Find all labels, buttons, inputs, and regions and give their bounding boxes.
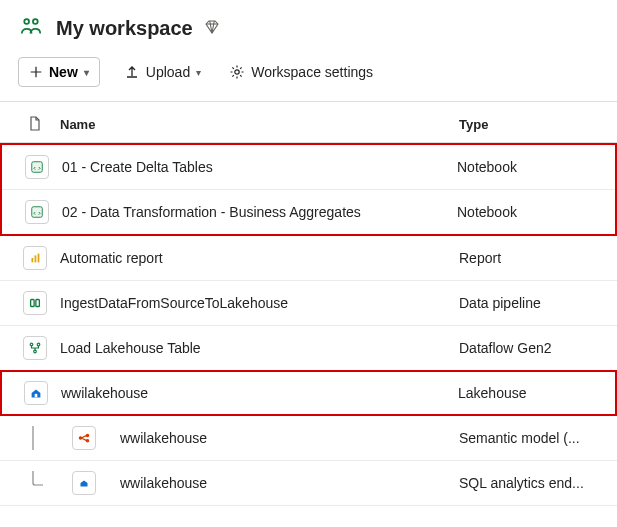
lakehouse-icon [24,381,48,405]
svg-rect-13 [35,394,38,398]
item-name: wwilakehouse [100,475,459,491]
item-type: Report [459,250,599,266]
chevron-down-icon: ▾ [196,67,201,78]
svg-point-15 [86,434,88,436]
item-type: Lakehouse [458,385,598,401]
item-name: Automatic report [52,250,459,266]
tree-connector-icon [18,471,52,495]
item-type: Notebook [457,204,597,220]
svg-point-10 [30,343,33,346]
item-type: Notebook [457,159,597,175]
workspace-settings-label: Workspace settings [251,64,373,80]
svg-rect-8 [31,300,35,307]
pipeline-icon [23,291,47,315]
item-type: SQL analytics end... [459,475,599,491]
report-icon [23,246,47,270]
new-button-label: New [49,64,78,80]
notebook-icon [25,200,49,224]
table-row[interactable]: Automatic report Report [0,236,617,281]
item-type: Semantic model (... [459,430,599,446]
table-row[interactable]: Load Lakehouse Table Dataflow Gen2 [0,326,617,371]
tree-connector-icon [18,426,52,450]
item-name: wwilakehouse [100,430,459,446]
svg-point-1 [33,19,38,24]
column-header-name[interactable]: Name [52,117,459,132]
column-header-type[interactable]: Type [459,117,599,132]
notebook-icon [25,155,49,179]
workspace-settings-button[interactable]: Workspace settings [225,58,377,86]
item-name: IngestDataFromSourceToLakehouse [52,295,459,311]
item-type: Data pipeline [459,295,599,311]
svg-point-0 [24,19,29,24]
item-name: Load Lakehouse Table [52,340,459,356]
page-title: My workspace [56,17,193,40]
svg-point-2 [235,70,239,74]
toolbar: New ▾ Upload ▾ Workspace settings [0,53,617,101]
svg-rect-6 [35,255,37,262]
table-row[interactable]: 02 - Data Transformation - Business Aggr… [2,190,615,234]
highlight-box-notebooks: 01 - Create Delta Tables Notebook 02 - D… [0,143,617,236]
svg-rect-3 [32,162,43,173]
diamond-icon [203,18,221,39]
item-name: 01 - Create Delta Tables [54,159,457,175]
svg-point-12 [34,350,37,353]
svg-rect-9 [36,300,40,307]
table-row-child[interactable]: wwilakehouse SQL analytics end... [0,461,617,506]
workspace-icon [18,14,44,43]
svg-point-16 [86,439,88,441]
svg-point-14 [79,437,81,439]
table-row[interactable]: IngestDataFromSourceToLakehouse Data pip… [0,281,617,326]
upload-button[interactable]: Upload ▾ [120,58,205,86]
workspace-header: My workspace [0,0,617,53]
table-row[interactable]: 01 - Create Delta Tables Notebook [2,145,615,190]
dataflow-icon [23,336,47,360]
svg-point-11 [37,343,40,346]
item-name: wwilakehouse [53,385,458,401]
table-header: Name Type [0,102,617,143]
table-row-child[interactable]: wwilakehouse Semantic model (... [0,416,617,461]
item-type: Dataflow Gen2 [459,340,599,356]
document-icon [18,116,52,132]
gear-icon [229,64,245,80]
item-name: 02 - Data Transformation - Business Aggr… [54,204,457,220]
upload-label: Upload [146,64,190,80]
svg-rect-4 [32,207,43,218]
svg-rect-7 [38,254,40,263]
semantic-model-icon [72,426,96,450]
svg-rect-5 [32,258,34,262]
upload-icon [124,64,140,80]
sql-endpoint-icon [72,471,96,495]
new-button[interactable]: New ▾ [18,57,100,87]
table-row[interactable]: wwilakehouse Lakehouse [0,370,617,416]
plus-icon [29,65,43,79]
chevron-down-icon: ▾ [84,67,89,78]
